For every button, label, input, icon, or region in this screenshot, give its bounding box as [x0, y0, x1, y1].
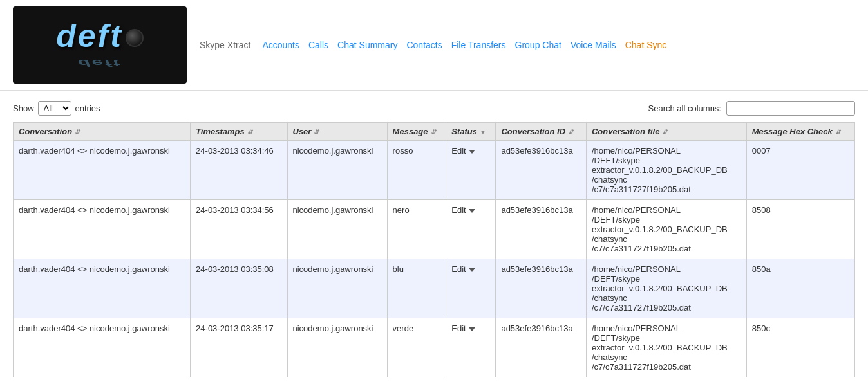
- cell-status[interactable]: Edit: [446, 318, 496, 377]
- nav-link-voice-mails[interactable]: Voice Mails: [568, 39, 619, 51]
- cell-user: nicodemo.j.gawronski: [287, 200, 387, 259]
- cell-status[interactable]: Edit: [446, 141, 496, 200]
- cell-timestamps: 24-03-2013 03:34:56: [191, 200, 287, 259]
- cell-message-hex-check: 0007: [746, 141, 854, 200]
- cell-conversation: darth.vader404 <> nicodemo.j.gawronski: [14, 259, 191, 318]
- navigation: Skype Xtract AccountsCallsChat SummaryCo…: [187, 39, 669, 51]
- nav-link-contacts[interactable]: Contacts: [404, 39, 444, 51]
- col-header-user[interactable]: User⇵: [287, 123, 387, 141]
- status-dropdown-arrow: [469, 327, 475, 331]
- cell-timestamps: 24-03-2013 03:35:17: [191, 318, 287, 377]
- table-row: darth.vader404 <> nicodemo.j.gawronski24…: [14, 318, 855, 377]
- cell-conversation: darth.vader404 <> nicodemo.j.gawronski: [14, 200, 191, 259]
- cell-user: nicodemo.j.gawronski: [287, 318, 387, 377]
- cell-message-hex-check: 850c: [746, 318, 854, 377]
- header: deft deft Skype Xtract AccountsCallsChat…: [0, 0, 868, 91]
- col-header-message-hex-check[interactable]: Message Hex Check⇵: [746, 123, 854, 141]
- cell-conversation-file: /home/nico/PERSONAL /DEFT/skype extracto…: [586, 318, 746, 377]
- cell-conversation: darth.vader404 <> nicodemo.j.gawronski: [14, 141, 191, 200]
- col-header-conversation[interactable]: Conversation⇵: [14, 123, 191, 141]
- cell-conversation-file: /home/nico/PERSONAL /DEFT/skype extracto…: [586, 200, 746, 259]
- search-input[interactable]: [726, 101, 855, 116]
- cell-conversation-id: ad53efe3916bc13a: [496, 259, 587, 318]
- status-dropdown-arrow: [469, 209, 475, 213]
- cell-message-hex-check: 8508: [746, 200, 854, 259]
- cell-message: verde: [387, 318, 446, 377]
- cell-conversation-file: /home/nico/PERSONAL /DEFT/skype extracto…: [586, 141, 746, 200]
- nav-link-file-transfers[interactable]: File Transfers: [449, 39, 509, 51]
- cell-user: nicodemo.j.gawronski: [287, 259, 387, 318]
- nav-link-chat-summary[interactable]: Chat Summary: [335, 39, 400, 51]
- nav-link-calls[interactable]: Calls: [306, 39, 331, 51]
- cell-status[interactable]: Edit: [446, 259, 496, 318]
- status-dropdown-arrow: [469, 150, 475, 154]
- entries-label: entries: [75, 104, 100, 113]
- table-body: darth.vader404 <> nicodemo.j.gawronski24…: [14, 141, 855, 377]
- cell-timestamps: 24-03-2013 03:34:46: [191, 141, 287, 200]
- logo: deft: [56, 16, 144, 55]
- logo-ball: [126, 29, 144, 47]
- nav-link-accounts[interactable]: Accounts: [259, 39, 302, 51]
- table-row: darth.vader404 <> nicodemo.j.gawronski24…: [14, 259, 855, 318]
- cell-timestamps: 24-03-2013 03:35:08: [191, 259, 287, 318]
- logo-area: deft deft: [13, 6, 187, 84]
- cell-conversation-id: ad53efe3916bc13a: [496, 318, 587, 377]
- col-header-timestamps[interactable]: Timestamps⇵: [191, 123, 287, 141]
- table-controls: Show All 10 25 50 100 entries Search all…: [13, 101, 855, 116]
- cell-conversation-file: /home/nico/PERSONAL /DEFT/skype extracto…: [586, 259, 746, 318]
- table-row: darth.vader404 <> nicodemo.j.gawronski24…: [14, 200, 855, 259]
- search-area: Search all columns:: [648, 101, 855, 116]
- search-label: Search all columns:: [648, 104, 721, 113]
- data-table: Conversation⇵Timestamps⇵User⇵Message⇵Sta…: [13, 122, 855, 377]
- brand-label: Skype Xtract: [200, 40, 250, 50]
- main-content: Show All 10 25 50 100 entries Search all…: [0, 91, 868, 382]
- table-header: Conversation⇵Timestamps⇵User⇵Message⇵Sta…: [14, 123, 855, 141]
- col-header-message[interactable]: Message⇵: [387, 123, 446, 141]
- col-header-conversation-file[interactable]: Conversation file⇵: [586, 123, 746, 141]
- entries-select[interactable]: All 10 25 50 100: [38, 101, 71, 116]
- col-header-status[interactable]: Status▼: [446, 123, 496, 141]
- show-entries: Show All 10 25 50 100 entries: [13, 101, 100, 116]
- cell-conversation-id: ad53efe3916bc13a: [496, 141, 587, 200]
- cell-message-hex-check: 850a: [746, 259, 854, 318]
- cell-message: blu: [387, 259, 446, 318]
- cell-status[interactable]: Edit: [446, 200, 496, 259]
- cell-user: nicodemo.j.gawronski: [287, 141, 387, 200]
- status-dropdown-arrow: [469, 268, 475, 272]
- nav-link-chat-sync[interactable]: Chat Sync: [623, 39, 670, 51]
- cell-conversation: darth.vader404 <> nicodemo.j.gawronski: [14, 318, 191, 377]
- cell-message: rosso: [387, 141, 446, 200]
- nav-link-group-chat[interactable]: Group Chat: [513, 39, 564, 51]
- show-label: Show: [13, 104, 34, 113]
- cell-conversation-id: ad53efe3916bc13a: [496, 200, 587, 259]
- col-header-conversation-id[interactable]: Conversation ID⇵: [496, 123, 587, 141]
- table-row: darth.vader404 <> nicodemo.j.gawronski24…: [14, 141, 855, 200]
- cell-message: nero: [387, 200, 446, 259]
